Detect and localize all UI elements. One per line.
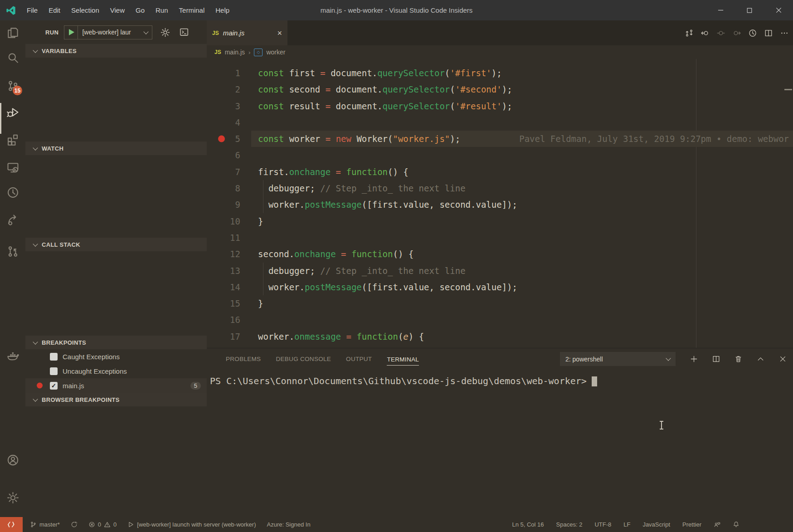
breakpoint-row[interactable]: Caught Exceptions: [25, 349, 207, 364]
code-line[interactable]: 4: [207, 114, 793, 131]
code-line[interactable]: 10}: [207, 213, 793, 229]
clock-icon[interactable]: [749, 29, 757, 37]
code-line[interactable]: 6: [207, 147, 793, 163]
section-header-call-stack[interactable]: CALL STACK: [25, 238, 207, 251]
navigate-current-icon[interactable]: [717, 29, 725, 37]
minimize-button[interactable]: [706, 0, 735, 20]
navigate-back-icon[interactable]: [701, 29, 709, 37]
extensions-icon[interactable]: [7, 133, 19, 146]
run-debug-icon[interactable]: [7, 106, 19, 118]
breakpoint-checkbox[interactable]: [50, 353, 58, 361]
maximize-button[interactable]: [735, 0, 764, 20]
section-header-breakpoints[interactable]: BREAKPOINTS: [25, 336, 207, 349]
menu-help[interactable]: Help: [210, 0, 235, 20]
code-line[interactable]: 12second.onchange = function() {: [207, 246, 793, 262]
panel-tab-output[interactable]: OUTPUT: [346, 356, 372, 362]
workbench: 15 RUN [web-worker] laur VARIABLESWATCHC…: [0, 20, 793, 517]
code-line[interactable]: 16: [207, 312, 793, 328]
status-cursor-position[interactable]: Ln 5, Col 16: [512, 521, 544, 528]
close-tab-icon[interactable]: ×: [277, 29, 282, 37]
more-actions-icon[interactable]: [780, 29, 788, 37]
settings-gear-icon[interactable]: [7, 492, 19, 504]
code-line[interactable]: 7first.onchange = function() {: [207, 164, 793, 180]
code-editor[interactable]: 1const first = document.querySelector('#…: [207, 59, 793, 348]
menu-edit[interactable]: Edit: [43, 0, 66, 20]
pull-request-icon[interactable]: [7, 245, 19, 258]
section-label: VARIABLES: [42, 48, 77, 54]
panel-tab-problems[interactable]: PROBLEMS: [226, 356, 261, 362]
tab-main-js[interactable]: JS main.js ×: [207, 20, 287, 45]
breakpoint-dot-icon[interactable]: [218, 136, 225, 142]
status-indentation[interactable]: Spaces: 2: [556, 521, 583, 528]
debug-console-icon[interactable]: [179, 27, 189, 37]
menu-file[interactable]: File: [21, 0, 43, 20]
status-problems[interactable]: 00: [88, 521, 117, 528]
close-button[interactable]: [764, 0, 793, 20]
status-launch-config[interactable]: [web-worker] launch with server (web-wor…: [127, 521, 256, 528]
status-feedback[interactable]: [714, 521, 720, 528]
kill-terminal-icon[interactable]: [735, 355, 742, 363]
panel-tab-terminal[interactable]: TERMINAL: [387, 356, 419, 366]
code-line[interactable]: 14 worker.postMessage([first.value, seco…: [207, 279, 793, 295]
live-share-icon[interactable]: [7, 214, 19, 226]
status-azure-account[interactable]: Azure: Signed In: [267, 521, 311, 528]
terminal-select[interactable]: 2: powershell: [560, 352, 676, 366]
split-terminal-icon[interactable]: [712, 355, 720, 363]
code-line[interactable]: 9 worker.postMessage([first.value, secon…: [207, 196, 793, 213]
section-header-variables[interactable]: VARIABLES: [25, 44, 207, 58]
breadcrumb-file[interactable]: main.js: [225, 49, 245, 56]
close-panel-icon[interactable]: [779, 355, 787, 363]
status-eol[interactable]: LF: [623, 521, 630, 528]
menu-go[interactable]: Go: [130, 0, 150, 20]
code-line[interactable]: 8 debugger; // Step _into_ the next line: [207, 180, 793, 196]
menu-bar: FileEditSelectionViewGoRunTerminalHelp: [21, 0, 235, 20]
status-notifications[interactable]: [733, 521, 739, 528]
remote-indicator[interactable]: [0, 517, 23, 532]
remote-explorer-icon[interactable]: [7, 161, 19, 174]
breadcrumb-symbol[interactable]: worker: [266, 49, 285, 56]
breakpoint-checkbox[interactable]: [50, 367, 58, 375]
code-line[interactable]: 15}: [207, 295, 793, 312]
status-formatter[interactable]: Prettier: [682, 521, 701, 528]
code-line[interactable]: 18 result.textContent = e.data;: [207, 345, 793, 348]
explorer-icon[interactable]: [7, 27, 19, 39]
menu-selection[interactable]: Selection: [66, 0, 105, 20]
menu-view[interactable]: View: [105, 0, 130, 20]
code-line[interactable]: 1const first = document.querySelector('#…: [207, 65, 793, 81]
status-encoding[interactable]: UTF-8: [594, 521, 611, 528]
warning-icon: [104, 521, 111, 528]
breakpoint-row[interactable]: ✓main.js5: [25, 378, 207, 393]
add-terminal-icon[interactable]: [690, 355, 698, 363]
breakpoint-checkbox[interactable]: ✓: [50, 382, 58, 390]
status-language-mode[interactable]: JavaScript: [642, 521, 670, 528]
split-editor-icon[interactable]: [764, 29, 773, 37]
breakpoint-row[interactable]: Uncaught Exceptions: [25, 364, 207, 378]
code-line[interactable]: 13 debugger; // Step _into_ the next lin…: [207, 263, 793, 279]
section-label: BROWSER BREAKPOINTS: [42, 396, 120, 403]
code-line[interactable]: 11: [207, 229, 793, 246]
gear-icon[interactable]: [161, 28, 170, 37]
account-icon[interactable]: [7, 454, 19, 466]
status-right: Ln 5, Col 16Spaces: 2UTF-8LFJavaScriptPr…: [512, 521, 739, 528]
search-icon[interactable]: [7, 52, 19, 64]
terminal-output[interactable]: PS C:\Users\Connor\Documents\Github\vsco…: [207, 370, 793, 517]
editor-toolbar: [685, 20, 788, 45]
code-line[interactable]: 17worker.onmessage = function(e) {: [207, 328, 793, 345]
code-line[interactable]: 3const result = document.querySelector('…: [207, 98, 793, 114]
section-header-browser-breakpoints[interactable]: BROWSER BREAKPOINTS: [25, 393, 207, 406]
panel-tab-debug-console[interactable]: DEBUG CONSOLE: [276, 356, 331, 362]
docker-icon[interactable]: [7, 349, 19, 361]
status-git-branch[interactable]: master*: [30, 521, 60, 528]
section-header-watch[interactable]: WATCH: [25, 142, 207, 155]
status-sync[interactable]: [71, 521, 78, 528]
maximize-panel-icon[interactable]: [757, 355, 764, 363]
clock-icon[interactable]: [7, 186, 19, 199]
menu-terminal[interactable]: Terminal: [174, 0, 210, 20]
code-line[interactable]: 5const worker = new Worker("worker.js");…: [207, 131, 793, 147]
launch-config-dropdown[interactable]: [web-worker] laur: [78, 25, 152, 39]
menu-run[interactable]: Run: [150, 0, 174, 20]
start-debug-button[interactable]: [64, 25, 78, 39]
code-line[interactable]: 2const second = document.querySelector('…: [207, 81, 793, 98]
compare-changes-icon[interactable]: [685, 29, 693, 37]
navigate-forward-icon[interactable]: [733, 29, 741, 37]
